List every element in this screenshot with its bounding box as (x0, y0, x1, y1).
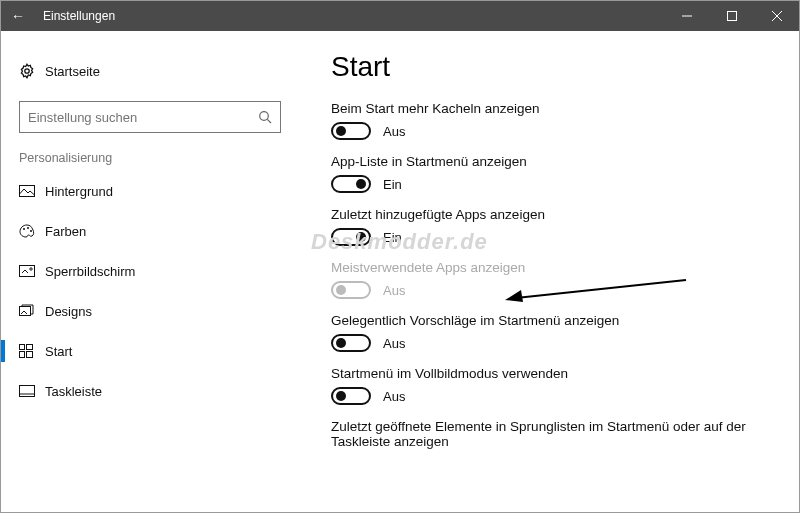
option-label: Gelegentlich Vorschläge im Startmenü anz… (331, 313, 769, 328)
option-row: Zuletzt geöffnete Elemente in Sprunglist… (331, 419, 769, 449)
toggle-switch[interactable] (331, 387, 371, 405)
toggle-state-text: Ein (383, 230, 402, 245)
window-title: Einstellungen (43, 9, 664, 23)
palette-icon (19, 224, 45, 238)
option-label: Beim Start mehr Kacheln anzeigen (331, 101, 769, 116)
sidebar-home-label: Startseite (45, 64, 100, 79)
gear-icon (19, 63, 45, 79)
svg-rect-16 (27, 352, 33, 358)
option-row: App-Liste in Startmenü anzeigenEin (331, 154, 769, 193)
svg-point-9 (30, 230, 32, 232)
option-row: Startmenü im Vollbildmodus verwendenAus (331, 366, 769, 405)
sidebar-home[interactable]: Startseite (19, 51, 291, 91)
back-icon[interactable]: ← (11, 8, 25, 24)
toggle-state-text: Aus (383, 336, 405, 351)
sidebar-item-farben[interactable]: Farben (19, 211, 291, 251)
search-input[interactable] (28, 110, 258, 125)
svg-rect-15 (20, 352, 25, 358)
svg-rect-10 (20, 266, 35, 277)
toggle-switch[interactable] (331, 228, 371, 246)
sidebar-item-label: Taskleiste (45, 384, 102, 399)
themes-icon (19, 304, 45, 318)
title-bar: ← Einstellungen (1, 1, 799, 31)
svg-rect-13 (20, 345, 25, 350)
sidebar-item-taskleiste[interactable]: Taskleiste (19, 371, 291, 411)
taskbar-icon (19, 385, 45, 397)
sidebar-item-sperrbildschirm[interactable]: Sperrbildschirm (19, 251, 291, 291)
svg-rect-1 (727, 12, 736, 21)
start-icon (19, 344, 45, 358)
toggle-state-text: Aus (383, 124, 405, 139)
maximize-button[interactable] (709, 1, 754, 31)
page-heading: Start (331, 51, 769, 83)
option-row: Beim Start mehr Kacheln anzeigenAus (331, 101, 769, 140)
option-label: Startmenü im Vollbildmodus verwenden (331, 366, 769, 381)
option-row: Meistverwendete Apps anzeigenAus (331, 260, 769, 299)
toggle-state-text: Aus (383, 283, 405, 298)
toggle-state-text: Aus (383, 389, 405, 404)
sidebar-item-label: Designs (45, 304, 92, 319)
search-icon[interactable] (258, 110, 272, 124)
option-label: App-Liste in Startmenü anzeigen (331, 154, 769, 169)
sidebar-item-label: Sperrbildschirm (45, 264, 135, 279)
option-label: Zuletzt hinzugefügte Apps anzeigen (331, 207, 769, 222)
main-panel: Start Beim Start mehr Kacheln anzeigenAu… (301, 31, 799, 512)
sidebar: Startseite Personalisierung Hintergrund … (1, 31, 301, 512)
close-button[interactable] (754, 1, 799, 31)
sidebar-item-label: Hintergrund (45, 184, 113, 199)
sidebar-item-hintergrund[interactable]: Hintergrund (19, 171, 291, 211)
toggle-switch[interactable] (331, 175, 371, 193)
minimize-button[interactable] (664, 1, 709, 31)
svg-rect-14 (27, 345, 33, 350)
svg-point-11 (30, 268, 32, 270)
svg-point-8 (27, 227, 29, 229)
sidebar-item-label: Start (45, 344, 72, 359)
option-row: Zuletzt hinzugefügte Apps anzeigenEin (331, 207, 769, 246)
svg-point-4 (260, 112, 269, 121)
toggle-switch[interactable] (331, 334, 371, 352)
window-buttons (664, 1, 799, 31)
sidebar-item-start[interactable]: Start (19, 331, 291, 371)
sidebar-item-label: Farben (45, 224, 86, 239)
lock-screen-icon (19, 265, 45, 277)
svg-point-7 (23, 228, 25, 230)
option-label: Meistverwendete Apps anzeigen (331, 260, 769, 275)
toggle-switch (331, 281, 371, 299)
sidebar-search (19, 101, 291, 133)
picture-icon (19, 185, 45, 197)
option-row: Gelegentlich Vorschläge im Startmenü anz… (331, 313, 769, 352)
option-label: Zuletzt geöffnete Elemente in Sprunglist… (331, 419, 769, 449)
svg-rect-17 (20, 386, 35, 397)
toggle-state-text: Ein (383, 177, 402, 192)
toggle-switch[interactable] (331, 122, 371, 140)
svg-line-5 (267, 119, 271, 123)
sidebar-group-label: Personalisierung (19, 151, 291, 165)
selection-indicator (1, 340, 5, 362)
sidebar-item-designs[interactable]: Designs (19, 291, 291, 331)
